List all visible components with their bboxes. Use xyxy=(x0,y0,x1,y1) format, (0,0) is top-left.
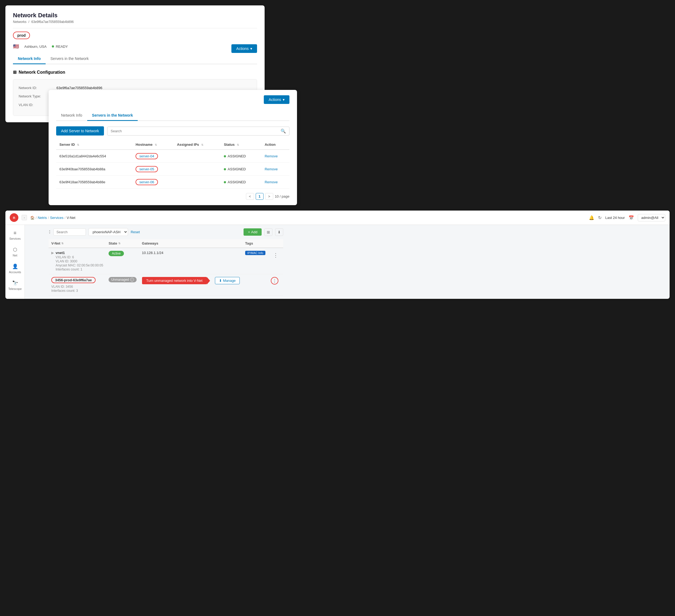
sidebar-item-accounts[interactable]: 👤 Accounts xyxy=(6,261,24,276)
per-page-select[interactable]: 10 / page xyxy=(275,195,289,199)
server-id-cell: 63e9f418ae7058559ab4b88e xyxy=(56,176,132,189)
admin-select[interactable]: admin@All xyxy=(638,214,665,221)
search-input[interactable] xyxy=(111,129,281,133)
vnet-row-1-state: Active xyxy=(106,248,139,274)
th-hostname: Hostname ⇅ xyxy=(132,140,174,150)
sidebar-label-accounts: Accounts xyxy=(9,271,21,274)
reset-button[interactable]: Reset xyxy=(131,230,140,234)
sort-icon-ips[interactable]: ⇅ xyxy=(201,143,203,146)
sidebar-label-services: Services xyxy=(9,237,20,240)
vnet1-meta: VXLAN ID: 6 VLAN ID: 3000 Anycast MAC: 0… xyxy=(56,255,103,271)
netris-main-content: ▲ ▼ phoenixNAP-ASH Reset + Add ⊞ ⬇ xyxy=(44,225,288,299)
remove-link[interactable]: Remove xyxy=(265,154,278,158)
header-right: 🔔 ↻ Last 24 hour 📅 admin@All xyxy=(589,214,665,221)
manage-download-icon: ⬇ xyxy=(219,279,222,283)
ip-mac-badge[interactable]: IP/MAC Info xyxy=(245,251,266,255)
th-tags: Tags xyxy=(242,239,268,248)
sidebar-label-telescope: Telescope xyxy=(8,287,22,291)
prev-page-btn[interactable]: < xyxy=(246,193,254,200)
table-toolbar: Add Server to Network 🔍 xyxy=(56,126,289,136)
flag-icon: 🇺🇸 xyxy=(13,44,19,50)
section-title: ⊞ Network Configuration xyxy=(13,70,257,75)
tab-network-info-middle[interactable]: Network Info xyxy=(56,110,87,121)
hostname-badge[interactable]: server-04 xyxy=(136,153,158,159)
current-page-btn[interactable]: 1 xyxy=(256,193,264,200)
actions-label: Actions xyxy=(236,47,249,51)
sidebar-item-net[interactable]: ⬡ Net xyxy=(6,245,24,259)
breadcrumb-services[interactable]: Services xyxy=(50,216,64,220)
vnet-table: V-Net ⇅ State ⇅ Gateways xyxy=(49,239,283,296)
sort-arrows[interactable]: ▲ ▼ xyxy=(49,230,51,234)
vnet-row-1-tags: IP/MAC Info xyxy=(242,248,268,274)
hostname-cell: server-05 xyxy=(132,163,174,176)
ellipsis-button-1[interactable]: ⋮ xyxy=(271,251,281,259)
last-24-label: Last 24 hour xyxy=(605,216,625,220)
action-cell: Remove xyxy=(261,163,289,176)
nav-breadcrumb: 🏠 / Netris / Services / V-Net xyxy=(30,216,75,220)
tab-network-info[interactable]: Network Info xyxy=(13,54,46,64)
status-assigned: ASSIGNED xyxy=(224,154,258,158)
turn-vnet-banner: Turn unmanaged network into V-Net xyxy=(142,277,207,284)
home-icon: 🏠 xyxy=(30,216,34,220)
next-page-btn[interactable]: > xyxy=(265,193,273,200)
sort-icon-hostname[interactable]: ⇅ xyxy=(155,143,157,146)
hostname-badge[interactable]: server-06 xyxy=(136,179,158,185)
sort-icon-id[interactable]: ⇅ xyxy=(77,143,79,146)
status-text: ASSIGNED xyxy=(228,154,246,158)
actions-label-middle: Actions xyxy=(269,97,281,102)
sidebar-item-services[interactable]: ≡ Services xyxy=(6,228,24,242)
divider xyxy=(13,28,257,28)
expand-icon-1[interactable]: ▶ xyxy=(51,251,54,255)
refresh-icon[interactable]: ↻ xyxy=(598,215,602,220)
vnet2-meta: VLAN ID: 3456 Interfaces count: 3 xyxy=(51,285,103,293)
status-badge: READY xyxy=(52,45,68,49)
sort-icon-status[interactable]: ⇅ xyxy=(237,143,239,146)
status-text: ASSIGNED xyxy=(228,180,246,184)
add-vnet-button[interactable]: + Add xyxy=(243,228,261,236)
netris-panel: n › 🏠 / Netris / Services / V-Net 🔔 ↻ La… xyxy=(5,211,670,299)
tab-servers-middle[interactable]: Servers in the Network xyxy=(87,110,138,121)
breadcrumb-networks[interactable]: Networks xyxy=(13,20,26,24)
ellipsis-circled-2[interactable]: ⋮ xyxy=(271,277,278,285)
search-icon: 🔍 xyxy=(281,129,286,134)
server-id-cell: 63e9f40bae7058559ab4b88a xyxy=(56,163,132,176)
netris-header: n › 🏠 / Netris / Services / V-Net 🔔 ↻ La… xyxy=(5,211,670,225)
sidebar-item-telescope[interactable]: 🔭 Telescope xyxy=(6,278,24,293)
vnet-search-input[interactable] xyxy=(54,228,86,236)
net-icon: ⬡ xyxy=(13,247,17,253)
actions-button-middle[interactable]: Actions ▾ xyxy=(264,95,289,104)
bell-icon[interactable]: 🔔 xyxy=(589,215,594,220)
info-icon[interactable]: i xyxy=(130,278,134,282)
status-text: ASSIGNED xyxy=(228,167,246,171)
servers-table: Server ID ⇅ Hostname ⇅ Assigned IPs ⇅ St… xyxy=(56,140,289,189)
assigned-ips-cell xyxy=(174,163,221,176)
layout-icon-btn[interactable]: ⊞ xyxy=(264,228,273,236)
assigned-ips-cell xyxy=(174,176,221,189)
remove-link[interactable]: Remove xyxy=(265,167,278,171)
hostname-badge[interactable]: server-05 xyxy=(136,166,158,172)
calendar-icon[interactable]: 📅 xyxy=(628,215,634,220)
network-config-icon: ⊞ xyxy=(13,70,16,75)
config-label-id: Network ID: xyxy=(19,86,57,90)
download-icon-btn[interactable]: ⬇ xyxy=(275,228,283,236)
collapse-button[interactable]: › xyxy=(22,215,27,220)
status-dot xyxy=(224,168,226,170)
server-id-cell: 63e516a1d1a8442da4e6c554 xyxy=(56,150,132,163)
action-cell: Remove xyxy=(261,150,289,163)
search-box[interactable]: 🔍 xyxy=(107,127,289,136)
breadcrumb-netris[interactable]: Netris xyxy=(38,216,47,220)
location-label: Ashburn, USA xyxy=(24,45,47,49)
table-row: 63e516a1d1a8442da4e6c554 server-04 ASSIG… xyxy=(56,150,289,163)
manage-button[interactable]: ⬇ Manage xyxy=(215,277,240,284)
vnet-row-2-actions: ⋮ xyxy=(268,274,283,296)
vnet-row-2-tags xyxy=(242,274,268,296)
remove-link[interactable]: Remove xyxy=(265,180,278,184)
status-cell: ASSIGNED xyxy=(221,150,261,163)
actions-button[interactable]: Actions ▾ xyxy=(231,44,257,53)
location-select[interactable]: phoenixNAP-ASH xyxy=(88,228,128,236)
th-gateways: Gateways xyxy=(139,239,242,248)
sidebar-label-net: Net xyxy=(13,254,17,257)
tab-servers-in-network[interactable]: Servers in the Network xyxy=(46,54,94,64)
add-server-button[interactable]: Add Server to Network xyxy=(56,126,104,136)
vnet-row-1-actions: ⋮ xyxy=(268,248,283,274)
